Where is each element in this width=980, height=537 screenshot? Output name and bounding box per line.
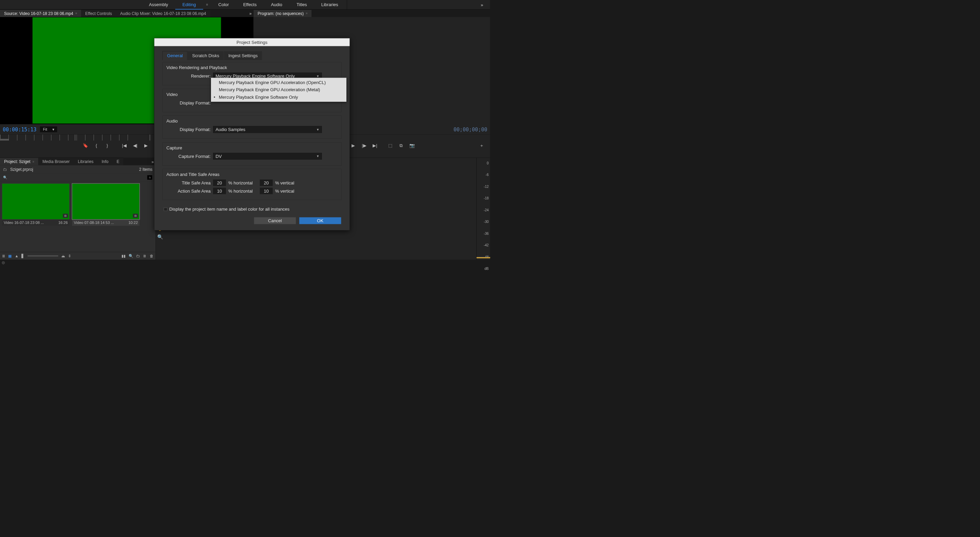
panel-menu-icon[interactable]: ≡ xyxy=(75,11,77,15)
checkbox-icon[interactable] xyxy=(164,207,167,211)
button-editor-icon[interactable]: ＋ xyxy=(477,142,487,149)
meter-label: -42 xyxy=(484,243,488,247)
automate-icon[interactable]: ▮▮ xyxy=(121,253,126,258)
zoom-fit-label: Fit xyxy=(43,127,47,132)
sort-toggle-icon[interactable]: ⇕ xyxy=(68,253,71,258)
tabs-overflow-icon[interactable]: » xyxy=(151,159,154,164)
program-timecode[interactable]: 00;00;00;00 xyxy=(453,126,487,132)
find-icon[interactable]: 🔍 xyxy=(129,253,134,258)
workspace-overflow-icon[interactable]: » xyxy=(481,2,483,8)
meter-label: -18 xyxy=(484,196,488,201)
audio-display-format-label: Display Format: xyxy=(166,127,211,132)
tab-project[interactable]: Project: Sziget ≡ xyxy=(0,158,38,166)
workspace-audio[interactable]: Audio xyxy=(264,0,289,9)
tab-media-browser[interactable]: Media Browser xyxy=(38,158,74,166)
tab-audio-clip-mixer[interactable]: Audio Clip Mixer: Video 16-07-18 23 08 0… xyxy=(116,10,210,17)
workspace-color[interactable]: Color xyxy=(211,0,236,9)
workspace-bar: Assembly Editing ≡ Color Effects Audio T… xyxy=(0,0,490,10)
zoom-fit-dropdown[interactable]: Fit▾ xyxy=(40,127,57,132)
project-file-name: Sziget.prproj xyxy=(10,167,33,172)
tab-info[interactable]: Info xyxy=(98,158,113,166)
capture-format-dropdown[interactable]: DV ▼ xyxy=(213,153,322,159)
extract-icon[interactable]: ⧉ xyxy=(396,142,406,149)
tab-ingest-settings[interactable]: Ingest Settings xyxy=(224,51,262,60)
new-bin-icon[interactable]: 🗀 xyxy=(136,253,140,258)
search-icon[interactable]: 🔍 xyxy=(3,175,8,180)
list-view-icon[interactable]: ≣ xyxy=(2,253,5,258)
workspace-libraries[interactable]: Libraries xyxy=(314,0,345,9)
new-item-icon[interactable]: 🗎 xyxy=(143,253,147,258)
tab-program[interactable]: Program: (no sequences) ≡ xyxy=(253,10,312,17)
meter-label: -12 xyxy=(484,185,488,189)
clip-item[interactable]: ⊟ Video 16-07-18 23 08 ... 16:26 xyxy=(2,184,69,226)
pct-horizontal-label: % horizontal xyxy=(228,188,253,194)
tab-source-label: Source: Video 16-07-18 23 08 06.mp4 xyxy=(4,11,73,16)
out-point-icon[interactable]: } xyxy=(102,142,112,149)
tab-project-label: Project: Sziget xyxy=(4,159,30,164)
filter-bin-icon[interactable]: 🗀 xyxy=(147,175,153,180)
cancel-button[interactable]: Cancel xyxy=(254,217,296,224)
chevron-down-icon: ▼ xyxy=(317,74,320,78)
action-safe-h-input[interactable]: 10 xyxy=(213,188,226,194)
delete-icon[interactable]: 🗑 xyxy=(150,253,153,258)
audio-display-format-dropdown[interactable]: Audio Samples ▼ xyxy=(213,126,322,133)
thumb-size-icon[interactable]: ⛰ xyxy=(61,253,65,258)
tab-scratch-disks[interactable]: Scratch Disks xyxy=(188,51,224,60)
tabs-overflow-icon[interactable]: » xyxy=(250,11,252,16)
renderer-option[interactable]: Mercury Playback Engine GPU Acceleration… xyxy=(211,86,347,94)
workspace-editing[interactable]: Editing xyxy=(175,0,203,10)
footer-bar: ◎ xyxy=(0,260,490,265)
tab-source[interactable]: Source: Video 16-07-18 23 08 06.mp4 ≡ xyxy=(0,10,81,17)
play-icon[interactable]: ▶ xyxy=(141,142,151,149)
zoom-slider[interactable] xyxy=(27,255,58,256)
renderer-dropdown-menu: Mercury Playback Engine GPU Acceleration… xyxy=(211,78,347,102)
meter-label: -36 xyxy=(484,232,488,236)
project-settings-dialog: Project Settings General Scratch Disks I… xyxy=(154,38,350,230)
display-label-checkbox-row[interactable]: Display the project item name and label … xyxy=(163,204,342,212)
go-to-out-icon[interactable]: ▶| xyxy=(370,142,380,149)
freeform-view-icon[interactable]: ▲ xyxy=(15,253,19,258)
step-back-icon[interactable]: ◀| xyxy=(130,142,140,149)
workspace-titles[interactable]: Titles xyxy=(289,0,314,9)
icon-view-icon[interactable]: ▦ xyxy=(8,253,12,258)
chevron-down-icon: ▼ xyxy=(317,127,320,131)
go-to-in-icon[interactable]: |◀ xyxy=(119,142,129,149)
group-title: Action and Title Safe Areas xyxy=(166,172,337,177)
group-title: Video Rendering and Playback xyxy=(166,65,337,70)
in-point-icon[interactable]: { xyxy=(92,142,102,149)
renderer-option[interactable]: Mercury Playback Engine Software Only xyxy=(211,94,347,101)
tab-effect-controls[interactable]: Effect Controls xyxy=(81,10,116,17)
renderer-label: Renderer: xyxy=(166,73,211,79)
title-safe-v-input[interactable]: 20 xyxy=(260,180,273,186)
title-safe-h-input[interactable]: 20 xyxy=(213,180,226,186)
safe-areas-group: Action and Title Safe Areas Title Safe A… xyxy=(163,169,342,201)
marker-icon[interactable]: 🔖 xyxy=(81,142,91,149)
panel-menu-icon[interactable]: ≡ xyxy=(305,11,307,15)
action-safe-v-input[interactable]: 10 xyxy=(260,188,273,194)
title-safe-label: Title Safe Area xyxy=(166,180,211,185)
workspace-effects[interactable]: Effects xyxy=(236,0,264,9)
group-title: Capture xyxy=(166,145,337,151)
clip-item[interactable]: ⊟ Video 07-08-18 14 53 ... 10:22 xyxy=(72,184,140,226)
tab-effects-short[interactable]: E xyxy=(113,158,124,166)
meter-label: 0 xyxy=(484,161,488,166)
lift-icon[interactable]: ⬚ xyxy=(385,142,395,149)
tab-libraries[interactable]: Libraries xyxy=(74,158,98,166)
source-timecode[interactable]: 00:00:15:13 xyxy=(3,126,37,132)
tab-general[interactable]: General xyxy=(163,51,188,60)
meter-label: -30 xyxy=(484,220,488,224)
creative-cloud-icon[interactable]: ◎ xyxy=(2,260,5,265)
export-frame-icon[interactable]: 📷 xyxy=(407,142,417,149)
sort-icon[interactable]: ▋ xyxy=(21,253,24,258)
ok-button[interactable]: OK xyxy=(299,217,341,224)
clips-grid: ⊟ Video 16-07-18 23 08 ... 16:26 ⊟ Video… xyxy=(0,182,156,252)
step-forward-icon[interactable]: |▶ xyxy=(360,142,369,149)
renderer-option[interactable]: Mercury Playback Engine GPU Acceleration… xyxy=(211,79,347,86)
meter-label: -6 xyxy=(484,173,488,177)
chevron-down-icon: ▼ xyxy=(317,155,320,158)
zoom-tool-icon[interactable]: 🔍 xyxy=(157,234,163,240)
panel-menu-icon[interactable]: ≡ xyxy=(32,160,34,164)
checkbox-label: Display the project item name and label … xyxy=(169,207,290,212)
workspace-menu-icon[interactable]: ≡ xyxy=(203,3,211,7)
workspace-assembly[interactable]: Assembly xyxy=(142,0,175,9)
